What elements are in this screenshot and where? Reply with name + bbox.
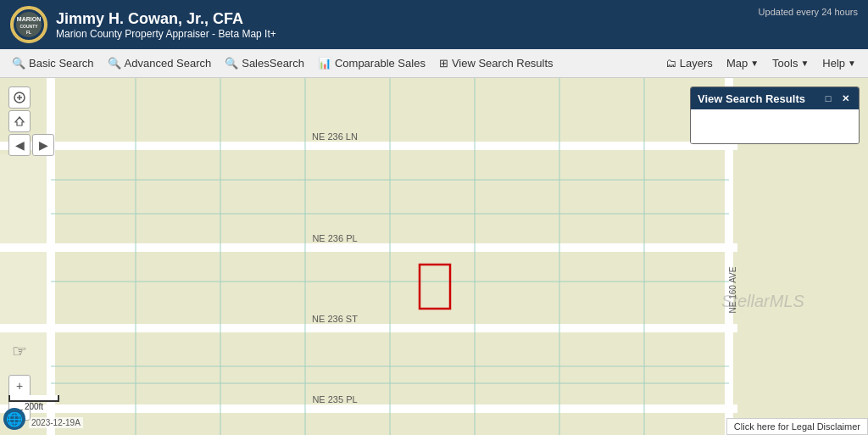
- zoom-in-button[interactable]: +: [8, 375, 31, 397]
- search-results-header: View Search Results □ ✕: [691, 87, 859, 109]
- app-title-sub: Marion County Property Appraiser - Beta …: [56, 28, 276, 40]
- svg-text:MARION: MARION: [17, 16, 41, 22]
- pan-left-button[interactable]: ◀: [8, 134, 31, 156]
- layers-icon: 🗂: [665, 57, 676, 70]
- search-results-header-icons: □ ✕: [821, 92, 852, 105]
- nav-map[interactable]: Map ▼: [720, 53, 765, 73]
- map-dropdown-icon: ▼: [750, 59, 759, 68]
- pan-arrows: ◀ ▶: [8, 134, 54, 156]
- pan-right-button[interactable]: ▶: [32, 134, 54, 156]
- svg-rect-24: [0, 154, 49, 409]
- nav-view-search-results[interactable]: ⊞ View Search Results: [432, 53, 560, 73]
- svg-text:NE 236 LN: NE 236 LN: [312, 131, 358, 142]
- nav-map-label: Map: [726, 57, 748, 70]
- close-panel-button[interactable]: ✕: [838, 92, 852, 105]
- nav-basic-search-label: Basic Search: [29, 57, 94, 70]
- nav-basic-search[interactable]: 🔍 Basic Search: [5, 53, 101, 73]
- date-stamp: 2023-12-19A: [29, 417, 83, 428]
- svg-text:COUNTY: COUNTY: [19, 24, 38, 29]
- minimize-icon: □: [826, 93, 832, 103]
- zoom-in-icon: +: [16, 379, 23, 393]
- tools-dropdown-icon: ▼: [800, 59, 809, 68]
- zoom-extent-button[interactable]: [8, 86, 31, 109]
- search-results-panel: View Search Results □ ✕: [690, 86, 860, 144]
- search-results-body: [691, 109, 859, 143]
- nav-advanced-search[interactable]: 🔍 Advanced Search: [101, 53, 219, 73]
- nav-comparable-sales[interactable]: 📊 Comparable Sales: [311, 53, 432, 73]
- search-icon: 🔍: [12, 57, 25, 70]
- nav-layers-label: Layers: [680, 57, 713, 70]
- legal-disclaimer-button[interactable]: Click here for Legal Disclaimer: [726, 418, 868, 435]
- search-results-title: View Search Results: [698, 92, 805, 105]
- hand-cursor-icon: ☞: [12, 341, 27, 361]
- nav-advanced-search-label: Advanced Search: [125, 57, 212, 70]
- svg-marker-35: [15, 117, 24, 125]
- app-header: MARION COUNTY FL Jimmy H. Cowan, Jr., CF…: [0, 0, 868, 49]
- map-container[interactable]: NE 236 LN NE 236 PL NE 236 ST NE 235 PL …: [0, 78, 868, 435]
- scale-line: [8, 395, 59, 402]
- app-title-block: Jimmy H. Cowan, Jr., CFA Marion County P…: [56, 10, 276, 40]
- nav-sales-search-label: SalesSearch: [242, 57, 304, 70]
- svg-text:NE 236 ST: NE 236 ST: [312, 314, 358, 324]
- nav-tools-label: Tools: [772, 57, 798, 70]
- close-icon: ✕: [842, 93, 849, 104]
- nav-tools[interactable]: Tools ▼: [765, 53, 815, 73]
- nav-help[interactable]: Help ▼: [815, 53, 863, 73]
- nav-view-search-results-label: View Search Results: [452, 57, 554, 70]
- home-button[interactable]: [8, 110, 31, 132]
- search-icon-3: 🔍: [225, 57, 238, 70]
- nav-right-group: 🗂 Layers Map ▼ Tools ▼ Help ▼: [659, 53, 863, 73]
- nav-help-label: Help: [822, 57, 845, 70]
- globe-icon[interactable]: 🌐: [3, 408, 25, 430]
- svg-text:NE 236 PL: NE 236 PL: [312, 233, 357, 243]
- navbar: 🔍 Basic Search 🔍 Advanced Search 🔍 Sales…: [0, 49, 868, 78]
- svg-text:NE 235 PL: NE 235 PL: [312, 394, 357, 404]
- chart-icon: 📊: [318, 57, 331, 70]
- legal-disclaimer-label: Click here for Legal Disclaimer: [734, 421, 860, 432]
- svg-text:FL: FL: [26, 30, 31, 35]
- app-title-main: Jimmy H. Cowan, Jr., CFA: [56, 10, 276, 28]
- nav-sales-search[interactable]: 🔍 SalesSearch: [218, 53, 311, 73]
- svg-text:StellarMLS: StellarMLS: [721, 292, 804, 310]
- updated-text: Updated every 24 hours: [759, 7, 858, 17]
- nav-comparable-sales-label: Comparable Sales: [335, 57, 426, 70]
- app-logo: MARION COUNTY FL: [10, 6, 47, 43]
- search-icon-2: 🔍: [108, 57, 121, 70]
- minimize-panel-button[interactable]: □: [821, 92, 835, 105]
- map-controls-left: ◀ ▶: [8, 86, 54, 156]
- grid-icon: ⊞: [439, 57, 448, 70]
- help-dropdown-icon: ▼: [848, 59, 856, 68]
- nav-layers[interactable]: 🗂 Layers: [659, 53, 720, 73]
